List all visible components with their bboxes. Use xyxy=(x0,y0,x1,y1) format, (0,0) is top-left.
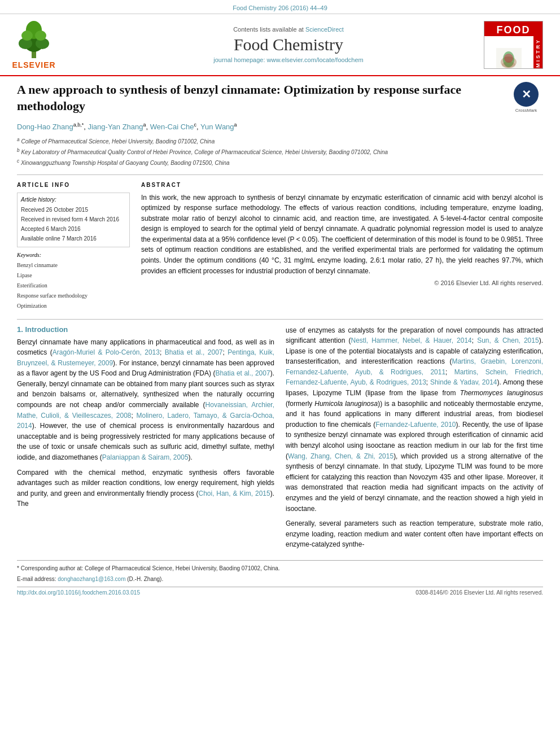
ref-wang[interactable]: Wang, Zhang, Chen, & Zhi, 2015 xyxy=(288,452,393,460)
food-chemistry-logo: FOOD CHEMISTRY xyxy=(484,21,543,69)
section1-title: Introduction xyxy=(25,325,68,334)
svg-point-11 xyxy=(502,62,515,68)
author-2[interactable]: Jiang-Yan Zhang xyxy=(88,123,143,132)
keywords-list: Benzyl cinnamate Lipase Esterification R… xyxy=(17,260,130,311)
abstract-text: In this work, the new approach to synthe… xyxy=(141,193,543,277)
journal-homepage: journal homepage: www.elsevier.com/locat… xyxy=(102,56,475,63)
logo-art-icon xyxy=(496,48,522,69)
affiliation-c: c Xinowangguzhuang Township Hospital of … xyxy=(17,158,543,167)
logo-image-area xyxy=(484,36,533,69)
ref-fernandez[interactable]: Fernandez-Lafuente, 2010 xyxy=(375,421,456,429)
available-date: Available online 7 March 2016 xyxy=(21,234,126,243)
ref-bhatia2[interactable]: Bhatia et al., 2007 xyxy=(215,369,270,377)
revised-date: Received in revised form 4 March 2016 xyxy=(21,215,126,224)
ref-shinde[interactable]: Shinde & Yadav, 2014 xyxy=(430,378,497,386)
author-3[interactable]: Wen-Cai Che xyxy=(150,123,194,132)
email-footnote: E-mail address: donghaozhang1@163.com (D… xyxy=(17,575,543,583)
abstract-label: ABSTRACT xyxy=(141,182,543,188)
journal-ref-link[interactable]: Food Chemistry 206 (2016) 44–49 xyxy=(233,5,327,11)
ref-aragon[interactable]: Aragón-Muriel & Polo-Cerón, 2013 xyxy=(53,348,160,356)
info-abstract-section: ARTICLE INFO Article history: Received 2… xyxy=(17,174,543,311)
ref-palaniappan[interactable]: Palaniappan & Sairam, 2005 xyxy=(102,453,189,461)
footer-bar: http://dx.doi.org/10.1016/j.foodchem.201… xyxy=(17,587,543,596)
author-1[interactable]: Dong-Hao Zhang xyxy=(17,123,73,132)
body-paragraph-2: Compared with the chemical method, enzym… xyxy=(17,468,274,509)
email-name: (D.-H. Zhang). xyxy=(127,576,163,582)
keywords-label: Keywords: xyxy=(17,252,130,258)
logo-bottom: CHEMISTRY xyxy=(484,36,542,69)
issn-copyright: 0308-8146/© 2016 Elsevier Ltd. All right… xyxy=(415,589,543,596)
logo-food-text: FOOD xyxy=(484,21,542,36)
keyword-2: Lipase xyxy=(17,270,130,281)
elsevier-logo: ELSEVIER xyxy=(11,20,56,69)
keyword-1: Benzyl cinnamate xyxy=(17,260,130,270)
svg-point-6 xyxy=(35,30,46,41)
article-info-label: ARTICLE INFO xyxy=(17,182,130,188)
body-paragraph-4: Generally, several parameters such as re… xyxy=(286,518,543,550)
ref-bhatia1[interactable]: Bhatia et al., 2007 xyxy=(165,348,223,356)
journal-header: ELSEVIER Contents lists available at Sci… xyxy=(0,14,560,76)
journal-header-center: Contents lists available at ScienceDirec… xyxy=(102,26,475,63)
svg-point-10 xyxy=(504,54,513,63)
affiliation-b: b Key Laboratory of Pharmaceutical Quali… xyxy=(17,147,543,156)
body-divider xyxy=(17,319,543,320)
crossmark-badge[interactable]: ✕ CrossMark xyxy=(509,82,543,113)
main-content: A new approach to synthesis of benzyl ci… xyxy=(0,76,560,601)
top-banner: Food Chemistry 206 (2016) 44–49 xyxy=(0,0,560,14)
elsevier-tree-icon xyxy=(11,20,56,59)
copyright-line: © 2016 Elsevier Ltd. All rights reserved… xyxy=(141,279,543,286)
author-4[interactable]: Yun Wang xyxy=(200,123,234,132)
keyword-3: Esterification xyxy=(17,281,130,291)
abstract-column: ABSTRACT In this work, the new approach … xyxy=(141,182,543,311)
logo-chemistry-text: CHEMISTRY xyxy=(533,36,542,69)
author-4-sup: a xyxy=(234,122,237,128)
email-link[interactable]: donghaozhang1@163.com xyxy=(58,576,125,582)
body-content: 1. Introduction Benzyl cinnamate have ma… xyxy=(17,325,543,554)
corresponding-footnote: * Corresponding author at: College of Ph… xyxy=(17,564,543,573)
history-label: Article history: xyxy=(21,196,126,203)
keyword-4: Response surface methodology xyxy=(17,291,130,301)
body-right-column: use of enzymes as catalysts for the prep… xyxy=(286,325,543,554)
doi-link[interactable]: http://dx.doi.org/10.1016/j.foodchem.201… xyxy=(17,589,140,596)
body-paragraph-3: use of enzymes as catalysts for the prep… xyxy=(286,325,543,514)
author-1-sup: a,b,* xyxy=(73,122,84,128)
article-title: A new approach to synthesis of benzyl ci… xyxy=(17,82,543,114)
keyword-5: Optimization xyxy=(17,301,130,311)
section1-heading: 1. Introduction xyxy=(17,325,274,334)
ref-sun[interactable]: Sun, & Chen, 2015 xyxy=(477,337,539,344)
contents-available: Contents lists available at ScienceDirec… xyxy=(102,26,475,33)
page-wrapper: Food Chemistry 206 (2016) 44–49 ELSEVIER xyxy=(0,0,560,601)
article-info-column: ARTICLE INFO Article history: Received 2… xyxy=(17,182,130,311)
journal-title: Food Chemistry xyxy=(102,35,475,54)
authors-line: Dong-Hao Zhanga,b,*, Jiang-Yan Zhanga, W… xyxy=(17,122,543,131)
author-3-sup: c xyxy=(194,122,197,128)
crossmark-label: CrossMark xyxy=(515,108,537,113)
svg-point-5 xyxy=(21,30,33,41)
footnote-divider xyxy=(17,560,543,561)
journal-logo-right: FOOD CHEMISTRY xyxy=(475,21,543,69)
received-date: Received 26 October 2015 xyxy=(21,205,126,215)
author-2-sup: a xyxy=(143,122,146,128)
elsevier-logo-section: ELSEVIER xyxy=(11,20,102,69)
section1-number: 1. xyxy=(17,325,23,334)
accepted-date: Accepted 6 March 2016 xyxy=(21,224,126,234)
ref-nestl[interactable]: Nestl, Hammer, Nebel, & Hauer, 2014 xyxy=(351,337,471,344)
affiliation-a: a College of Pharmaceutical Science, Heb… xyxy=(17,136,543,146)
body-paragraph-1: Benzyl cinnamate have many applications … xyxy=(17,337,274,463)
article-title-section: A new approach to synthesis of benzyl ci… xyxy=(17,82,543,114)
article-history-box: Article history: Received 26 October 201… xyxy=(17,193,130,247)
body-left-column: 1. Introduction Benzyl cinnamate have ma… xyxy=(17,325,274,554)
crossmark-icon: ✕ xyxy=(514,82,539,107)
affiliations: a College of Pharmaceutical Science, Heb… xyxy=(17,136,543,168)
ref-choi[interactable]: Choi, Han, & Kim, 2015 xyxy=(198,490,270,497)
sciencedirect-link[interactable]: ScienceDirect xyxy=(305,26,344,33)
keywords-section: Keywords: Benzyl cinnamate Lipase Esteri… xyxy=(17,252,130,311)
elsevier-brand: ELSEVIER xyxy=(12,60,55,69)
